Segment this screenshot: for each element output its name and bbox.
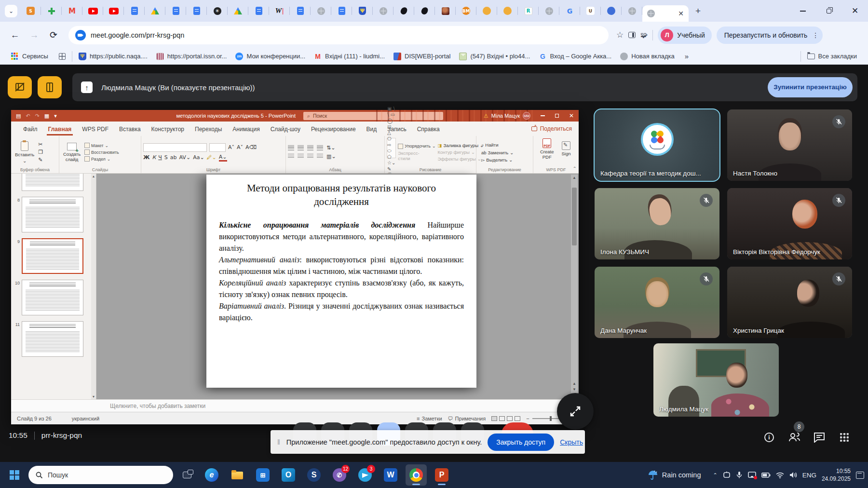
wifi-icon[interactable] <box>776 472 784 478</box>
self-view-tile[interactable]: Людмила Мацук <box>653 343 779 417</box>
slide-thumbnail-8[interactable]: 8 <box>12 197 93 232</box>
pinned-tab[interactable]: G <box>559 0 580 22</box>
shrink-font-icon[interactable]: A˅ <box>237 144 243 150</box>
pinned-tab[interactable] <box>165 0 186 22</box>
pinned-tab[interactable] <box>103 0 124 22</box>
apps-shortcut[interactable] <box>54 50 70 63</box>
close-button[interactable]: ✕ <box>842 0 868 22</box>
hidden-icons-chevron[interactable]: ⌃ <box>713 472 717 478</box>
ribbon-tab-вид[interactable]: Вид <box>361 122 382 136</box>
menu-kebab-icon[interactable]: ⋮ <box>812 31 819 39</box>
slideshow-icon[interactable]: ▦ <box>44 113 49 119</box>
services-button[interactable]: Сервисы <box>7 50 53 63</box>
taskbar-app-viber[interactable]: ✆12 <box>329 464 350 486</box>
arrange-button[interactable]: Упорядочить⌄ <box>398 144 435 149</box>
bookmark-item[interactable]: MВхідні (111) - liudmi... <box>310 50 389 63</box>
pinned-tab[interactable] <box>290 0 311 22</box>
ribbon-tab-анимация[interactable]: Анимация <box>227 122 265 136</box>
normal-view-icon[interactable] <box>491 416 497 421</box>
find-button[interactable]: ⌕ Найти <box>481 142 514 148</box>
slide-thumbnail-partial[interactable] <box>12 174 93 191</box>
font-size-select[interactable] <box>209 143 226 152</box>
taskbar-app-edge[interactable]: e <box>201 464 222 486</box>
pinned-tab[interactable] <box>373 0 393 22</box>
collapse-ribbon-icon[interactable]: ⌃ <box>573 166 577 171</box>
pp-minimize-button[interactable] <box>535 110 550 122</box>
taskbar-app-skype[interactable]: S <box>303 464 325 486</box>
language-indicator[interactable]: ENG <box>802 472 816 479</box>
reading-view-icon[interactable] <box>507 416 513 421</box>
taskbar-app-telegram[interactable]: 3 <box>354 464 376 486</box>
stop-presenting-button[interactable]: Зупинити презентацію <box>768 77 853 97</box>
share-button[interactable]: Поделиться <box>531 125 572 132</box>
pinned-tab[interactable] <box>331 0 352 22</box>
account-avatar[interactable]: ММ <box>523 112 530 120</box>
copy-icon[interactable]: ❐ <box>38 149 43 155</box>
quick-access-toolbar[interactable]: ▤ ↶ ↷ ▦ ▾ <box>11 113 93 119</box>
line-spacing-icon[interactable]: ⇅⌄ <box>326 145 335 151</box>
new-tab-button[interactable]: + <box>695 6 701 16</box>
taskbar-app-explorer[interactable] <box>227 464 248 486</box>
bookmark-item[interactable]: DIS[WEB]-portal <box>389 50 455 63</box>
bookmark-item[interactable]: (547) Вхідні • plo44... <box>455 50 534 63</box>
task-view-button[interactable] <box>177 465 197 485</box>
align-right-icon[interactable] <box>307 154 313 159</box>
profile-chip[interactable]: Л Учебный <box>658 27 711 44</box>
pinned-tab[interactable] <box>82 0 103 22</box>
pinned-tab[interactable]: ✳ <box>207 0 228 22</box>
highlight-icon[interactable]: 🖉⌄ <box>207 154 217 161</box>
people-button[interactable]: 8 <box>788 431 800 444</box>
back-button[interactable]: ← <box>7 27 23 43</box>
taskbar-clock[interactable]: 10:5524.09.2025 <box>822 467 851 483</box>
indent-increase-icon[interactable] <box>317 145 323 150</box>
slide-thumbnail-10[interactable]: 10 <box>12 280 93 315</box>
new-slide-button[interactable]: Создать слайд <box>61 138 82 166</box>
volume-icon[interactable] <box>789 472 797 478</box>
address-bar[interactable]: meet.google.com/prr-krsg-pqn <box>68 26 609 44</box>
minimize-button[interactable] <box>790 0 816 22</box>
pinned-tab[interactable] <box>248 0 269 22</box>
start-button[interactable] <box>5 465 24 485</box>
stop-sharing-button[interactable]: Закрыть доступ <box>488 434 554 451</box>
chat-button[interactable] <box>813 431 826 444</box>
active-tab[interactable]: ✕ <box>642 5 689 22</box>
font-style-button-Ж[interactable]: Ж <box>143 154 149 161</box>
slide-editing-area[interactable]: Методи опрацювання результатів наукового… <box>96 174 579 399</box>
pinned-tab[interactable] <box>601 0 622 22</box>
reload-button[interactable]: ⟳ <box>45 27 62 43</box>
paste-button[interactable]: Вставить⌄ <box>13 138 36 166</box>
grow-font-icon[interactable]: A˄ <box>228 144 234 150</box>
participant-tile[interactable]: Дана Марунчак <box>595 267 719 338</box>
thumbnails-scrollbar[interactable]: ▲▼ <box>91 174 96 399</box>
notes-pane[interactable]: Щел­кните, чтобы добавить заметки <box>11 399 579 412</box>
pinned-tab[interactable]: R <box>518 0 539 22</box>
pinned-tab[interactable] <box>622 0 642 22</box>
justify-icon[interactable] <box>317 154 323 159</box>
font-style-button-К[interactable]: К <box>152 154 156 161</box>
pinned-tab[interactable] <box>435 0 456 22</box>
ribbon-tab-слайд-шоу[interactable]: Слайд-шоу <box>265 122 306 136</box>
ribbon-tab-главная[interactable]: Главная <box>43 122 77 136</box>
sign-button[interactable]: Sign <box>560 141 573 156</box>
slide-thumbnails-panel[interactable]: ▲▼ 891011 <box>11 174 96 399</box>
align-center-icon[interactable] <box>298 154 304 159</box>
all-bookmarks-button[interactable]: Все закладки <box>803 50 861 63</box>
bookmark-item[interactable]: https://portal.issn.or... <box>152 50 231 63</box>
notification-center-icon[interactable] <box>856 472 864 479</box>
pinned-tab[interactable] <box>476 0 497 22</box>
activities-button[interactable] <box>838 431 851 444</box>
ribbon-tab-вставка[interactable]: Вставка <box>114 122 146 136</box>
bookmark-item[interactable]: Новая вкладка <box>616 50 679 63</box>
ribbon-tab-справка[interactable]: Справка <box>412 122 445 136</box>
meeting-details-button[interactable]: i <box>763 431 775 444</box>
ribbon-tab-конструктор[interactable]: Конструктор <box>146 122 190 136</box>
slide-scrollbar[interactable]: ▲ ▲▼▼ <box>571 175 578 398</box>
forward-button[interactable]: → <box>26 27 42 43</box>
bullets-icon[interactable] <box>288 145 294 150</box>
ribbon-tab-файл[interactable]: Файл <box>18 122 43 136</box>
format-painter-icon[interactable]: ✎ <box>38 157 43 163</box>
undo-icon[interactable]: ↶ <box>26 113 30 119</box>
bookmarks-overflow-chevron[interactable]: » <box>681 52 692 60</box>
tab-close-icon[interactable]: ✕ <box>678 10 684 17</box>
relaunch-update-button[interactable]: Перезапустить и обновить ⋮ <box>717 27 823 44</box>
